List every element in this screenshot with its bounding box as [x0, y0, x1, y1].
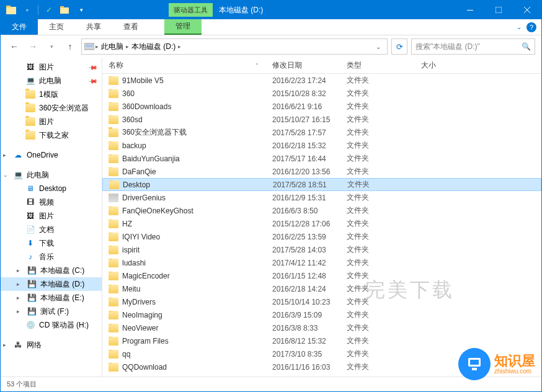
navigation-tree[interactable]: 🖼图片📌 💻此电脑📌 1模版 360安全浏览器 图片 下载之家 ▸☁OneDri… — [1, 58, 102, 376]
file-row[interactable]: Desktop2017/5/28 18:51文件夹 — [102, 178, 541, 191]
file-row[interactable]: backup2016/2/18 15:32文件夹 — [102, 139, 541, 152]
tab-view[interactable]: 查看 — [112, 19, 149, 35]
tree-test-f[interactable]: ▸💾测试 (F:) — [1, 305, 102, 318]
chevron-right-icon[interactable]: ▸ — [177, 43, 182, 50]
help-icon[interactable]: ? — [526, 22, 536, 32]
collapse-icon[interactable]: ⌄ — [3, 172, 9, 178]
tree-disk-c[interactable]: ▸💾本地磁盘 (C:) — [1, 264, 102, 277]
tree-pictures[interactable]: 🖼图片 — [1, 209, 102, 223]
tree-network[interactable]: ▸🖧网络 — [1, 338, 102, 352]
file-row[interactable]: Meitu2016/2/18 14:24文件夹 — [102, 282, 541, 295]
maximize-button[interactable] — [484, 1, 513, 19]
file-row[interactable]: ludashi2017/4/12 11:42文件夹 — [102, 256, 541, 269]
new-folder-icon[interactable] — [58, 3, 72, 17]
window-controls — [456, 1, 541, 19]
title-bar: ▫ ✓ ▾ 驱动器工具 本地磁盘 (D:) — [1, 1, 541, 19]
tab-share[interactable]: 共享 — [75, 19, 112, 35]
expand-icon[interactable]: ▸ — [17, 295, 23, 301]
file-rows-container[interactable]: 91Mobile V52016/2/23 17:24文件夹3602015/10/… — [102, 74, 541, 376]
tree-360browser-folder[interactable]: 360安全浏览器 — [1, 101, 102, 115]
minimize-button[interactable] — [456, 1, 484, 19]
up-button[interactable]: ↑ — [63, 39, 78, 54]
ribbon-collapse-icon[interactable]: ⌄ — [517, 24, 522, 30]
breadcrumb-drive-d[interactable]: 本地磁盘 (D:) — [130, 42, 177, 52]
file-name: Meitu — [122, 285, 140, 293]
tree-this-pc-quick[interactable]: 💻此电脑📌 — [1, 74, 102, 87]
address-bar[interactable]: ▸ 此电脑 ▸ 本地磁盘 (D:) ▸ ⌄ — [81, 38, 388, 55]
column-name[interactable]: 名称⌃ — [102, 58, 266, 73]
file-type-cell: 文件夹 — [340, 75, 415, 86]
file-row[interactable]: NeoViewer2016/3/8 8:33文件夹 — [102, 321, 541, 334]
tree-this-pc[interactable]: ⌄💻此电脑 — [1, 168, 102, 182]
expand-icon[interactable]: ▸ — [17, 267, 23, 274]
expand-icon[interactable]: ▸ — [17, 308, 23, 314]
file-date-cell: 2017/4/12 11:42 — [266, 259, 340, 267]
expand-icon[interactable]: ▸ — [3, 342, 9, 348]
file-row[interactable]: Program Files2016/8/12 15:32文件夹 — [102, 334, 541, 347]
column-size[interactable]: 大小 — [415, 58, 477, 73]
tree-videos[interactable]: 🎞视频 — [1, 195, 102, 209]
file-type-cell: 文件夹 — [340, 270, 415, 281]
address-dropdown-icon[interactable]: ⌄ — [372, 43, 384, 50]
forward-button[interactable]: → — [25, 39, 40, 54]
drive-icon: 💾 — [27, 265, 37, 275]
chevron-right-icon[interactable]: ▸ — [125, 43, 130, 50]
folder-icon — [109, 154, 118, 163]
column-date[interactable]: 修改日期 — [266, 58, 340, 73]
file-row[interactable]: 91Mobile V52016/2/23 17:24文件夹 — [102, 74, 541, 87]
column-type[interactable]: 类型 — [340, 58, 415, 73]
file-row[interactable]: NeoImaging2016/3/9 15:09文件夹 — [102, 308, 541, 321]
tree-downloads[interactable]: ⬇下载 — [1, 236, 102, 250]
file-name-cell: BaiduYunGuanjia — [102, 154, 266, 163]
file-row[interactable]: QQDownload2016/11/16 16:03文件夹 — [102, 360, 541, 373]
tab-file[interactable]: 文件 — [1, 19, 38, 35]
tree-onedrive[interactable]: ▸☁OneDrive — [1, 148, 102, 162]
file-name-cell: backup — [102, 141, 266, 150]
tree-disk-d[interactable]: ▸💾本地磁盘 (D:) — [1, 277, 102, 291]
properties-icon[interactable]: ▫ — [20, 3, 34, 17]
file-row[interactable]: MyDrivers2015/10/14 10:23文件夹 — [102, 295, 541, 308]
file-name-cell: Meitu — [102, 285, 266, 293]
tree-pictures-folder[interactable]: 图片 — [1, 115, 102, 128]
tree-download-home-folder[interactable]: 下载之家 — [1, 128, 102, 142]
file-date-cell: 2017/3/10 8:35 — [266, 350, 340, 359]
file-row[interactable]: MagicEncoder2016/1/15 12:48文件夹 — [102, 269, 541, 282]
tree-pictures-quick[interactable]: 🖼图片📌 — [1, 60, 102, 74]
file-row[interactable]: 360Downloads2016/6/21 9:16文件夹 — [102, 100, 541, 113]
recent-dropdown-icon[interactable]: ▾ — [44, 39, 59, 54]
file-row[interactable]: ispirit2017/5/28 14:03文件夹 — [102, 243, 541, 256]
breadcrumb-this-pc[interactable]: 此电脑 — [100, 42, 125, 52]
file-name: 360Downloads — [122, 102, 171, 111]
tree-music[interactable]: ♪音乐 — [1, 250, 102, 264]
file-row[interactable]: IQIYI Video2016/2/25 13:59文件夹 — [102, 230, 541, 243]
tree-template-folder[interactable]: 1模版 — [1, 87, 102, 101]
qat-dropdown-icon[interactable]: ▾ — [74, 3, 88, 17]
expand-icon[interactable]: ▸ — [17, 281, 23, 287]
tree-cd-h[interactable]: 💿CD 驱动器 (H:) — [1, 318, 102, 332]
file-row[interactable]: 3602015/10/28 8:32文件夹 — [102, 87, 541, 100]
tab-home[interactable]: 主页 — [38, 19, 75, 35]
expand-icon[interactable]: ▸ — [3, 152, 9, 158]
file-row[interactable]: FanQieOneKeyGhost2016/6/3 8:50文件夹 — [102, 204, 541, 217]
refresh-button[interactable]: ⟳ — [391, 38, 407, 55]
checkmark-icon[interactable]: ✓ — [42, 3, 56, 17]
file-type-cell: 文件夹 — [340, 192, 415, 203]
file-row[interactable]: DriverGenius2016/12/9 15:31文件夹 — [102, 191, 541, 204]
file-row[interactable]: DaFanQie2016/12/20 13:56文件夹 — [102, 165, 541, 178]
tree-disk-e[interactable]: ▸💾本地磁盘 (E:) — [1, 291, 102, 305]
file-row[interactable]: qq2017/3/10 8:35文件夹 — [102, 347, 541, 360]
drive-icon: 💾 — [27, 279, 37, 289]
file-row[interactable]: BaiduYunGuanjia2017/5/17 16:44文件夹 — [102, 152, 541, 165]
back-button[interactable]: ← — [7, 39, 22, 54]
file-row[interactable]: 360安全浏览器下载2017/5/28 17:57文件夹 — [102, 126, 541, 139]
search-input[interactable]: 搜索"本地磁盘 (D:)" 🔍 — [411, 38, 535, 55]
chevron-right-icon[interactable]: ▸ — [94, 43, 100, 50]
folder-icon — [109, 350, 118, 359]
tree-documents[interactable]: 📄文档 — [1, 223, 102, 236]
close-button[interactable] — [513, 1, 541, 19]
file-row[interactable]: HZ2015/12/28 17:06文件夹 — [102, 217, 541, 230]
tab-manage[interactable]: 管理 — [164, 19, 202, 35]
file-row[interactable]: 360sd2015/10/27 16:15文件夹 — [102, 113, 541, 126]
tree-desktop[interactable]: 🖥Desktop — [1, 182, 102, 195]
file-type-cell: 文件夹 — [340, 166, 415, 177]
